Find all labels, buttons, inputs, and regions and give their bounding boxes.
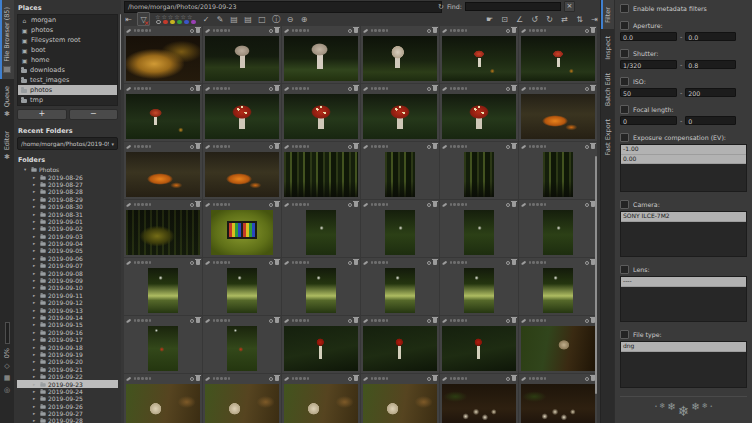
trash-icon[interactable] <box>196 86 200 91</box>
photo-thumbnail[interactable] <box>126 94 200 139</box>
trash-icon[interactable] <box>196 318 200 323</box>
photo-thumbnail[interactable] <box>464 268 494 313</box>
expander-icon[interactable] <box>33 418 38 423</box>
profile-edit-icon[interactable] <box>363 202 368 206</box>
rating-dots[interactable] <box>213 203 231 205</box>
places-item[interactable]: Filesystem root <box>18 35 117 45</box>
expander-icon[interactable] <box>33 300 38 305</box>
rating-dots[interactable] <box>450 87 468 89</box>
expander-icon[interactable] <box>33 219 38 224</box>
rating-dots[interactable] <box>213 87 231 89</box>
folder-tree-item[interactable]: 2019-09-11 <box>17 292 118 299</box>
trash-icon[interactable] <box>512 202 516 207</box>
photo-thumbnail[interactable] <box>126 152 200 197</box>
profile-edit-icon[interactable] <box>284 376 289 380</box>
thumbnail-cell[interactable] <box>124 142 202 199</box>
checkbox-icon[interactable] <box>620 49 629 58</box>
checkbox-icon[interactable] <box>620 21 629 30</box>
profile-edit-icon[interactable] <box>363 376 368 380</box>
expander-icon[interactable] <box>33 367 38 372</box>
expander-icon[interactable] <box>33 337 38 342</box>
photo-thumbnail[interactable] <box>306 268 336 313</box>
photo-thumbnail[interactable] <box>306 210 336 255</box>
folder-tree-item[interactable]: 2019-09-24 <box>17 388 118 395</box>
folder-tree-item[interactable]: 2019-09-17 <box>17 336 118 343</box>
rating-dots[interactable] <box>371 145 389 147</box>
thumbnail-cell[interactable] <box>519 316 597 373</box>
thumbnail-cell[interactable] <box>361 316 439 373</box>
expander-icon[interactable] <box>33 175 38 180</box>
folder-tree-item[interactable]: 2019-09-18 <box>17 343 118 350</box>
profile-edit-icon[interactable] <box>442 144 447 148</box>
profile-edit-icon[interactable] <box>521 202 526 206</box>
star-filter-2[interactable]: ☆ <box>161 14 166 19</box>
trash-icon[interactable] <box>354 28 358 33</box>
photo-thumbnail[interactable] <box>284 152 358 197</box>
filter-value-list[interactable]: SONY ILCE-7M2 <box>620 211 747 257</box>
color-label-icon[interactable] <box>427 87 431 91</box>
photo-thumbnail[interactable] <box>442 326 516 371</box>
profile-edit-icon[interactable] <box>205 86 210 90</box>
rating-dots[interactable] <box>529 261 547 263</box>
trash-icon[interactable] <box>354 376 358 381</box>
trash-icon[interactable] <box>591 28 595 33</box>
rating-dots[interactable] <box>450 377 468 379</box>
queue-gears-icon[interactable]: Queue ✱ <box>0 79 14 124</box>
trash-icon[interactable] <box>512 144 516 149</box>
expander-icon[interactable] <box>33 382 38 387</box>
thumbnail-cell[interactable] <box>282 374 360 423</box>
rating-dots[interactable] <box>450 203 468 205</box>
trash-icon[interactable] <box>275 202 279 207</box>
thumbnail-cell[interactable] <box>361 142 439 199</box>
editor-gear-icon[interactable]: Editor ✱ <box>0 124 14 167</box>
color-label-icon[interactable] <box>506 203 510 207</box>
photo-thumbnail[interactable] <box>148 326 178 371</box>
trash-icon[interactable] <box>354 144 358 149</box>
filter-value-list[interactable]: dng <box>620 341 747 388</box>
trash-icon[interactable] <box>196 260 200 265</box>
color-label-icon[interactable] <box>506 377 510 381</box>
panel-tab[interactable]: Filter <box>601 0 615 29</box>
profile-edit-icon[interactable] <box>284 144 289 148</box>
trash-icon[interactable] <box>512 376 516 381</box>
color-label-icon[interactable] <box>269 377 273 381</box>
profile-edit-icon[interactable] <box>284 86 289 90</box>
list-option[interactable]: dng <box>621 342 746 352</box>
profile-edit-icon[interactable] <box>126 144 131 148</box>
profile-edit-icon[interactable] <box>126 376 131 380</box>
color-label-icon[interactable] <box>506 261 510 265</box>
expander-icon[interactable] <box>33 293 38 298</box>
trash-icon[interactable] <box>275 376 279 381</box>
show-unsaved-icon[interactable]: ▤ <box>243 13 254 25</box>
expander-icon[interactable] <box>33 374 38 379</box>
rating-dots[interactable] <box>371 377 389 379</box>
thumbnail-cell[interactable] <box>361 258 439 315</box>
color-label-icon[interactable] <box>585 377 589 381</box>
rating-dots[interactable] <box>450 145 468 147</box>
photo-thumbnail[interactable] <box>543 152 573 197</box>
photo-thumbnail[interactable] <box>442 36 516 81</box>
rating-dots[interactable] <box>134 203 152 205</box>
expander-icon[interactable] <box>33 330 38 335</box>
filter-value-list[interactable]: -1.000.00 <box>620 144 747 192</box>
file-browser-icon[interactable]: File Browser (85) <box>0 0 14 79</box>
profile-edit-icon[interactable] <box>205 28 210 32</box>
photo-thumbnail[interactable] <box>284 94 358 139</box>
trash-icon[interactable] <box>196 376 200 381</box>
rating-dots[interactable] <box>371 29 389 31</box>
folder-tree-item[interactable]: 2019-09-16 <box>17 329 118 336</box>
rating-dots[interactable] <box>134 145 152 147</box>
thumbnail-cell[interactable] <box>519 200 597 257</box>
checkbox-icon[interactable] <box>620 330 629 339</box>
color-label-none-icon[interactable] <box>156 20 161 25</box>
color-label-icon[interactable] <box>269 145 273 149</box>
expander-icon[interactable] <box>33 212 38 217</box>
add-place-button[interactable]: + <box>17 109 67 120</box>
photo-thumbnail[interactable] <box>363 36 437 81</box>
photo-thumbnail[interactable] <box>385 268 415 313</box>
checkbox-icon[interactable] <box>620 105 629 114</box>
folder-tree-item[interactable]: 2019-09-10 <box>17 284 118 291</box>
star-filter-5[interactable]: ☆ <box>181 14 186 19</box>
trash-icon[interactable] <box>275 86 279 91</box>
folder-tree-item[interactable]: 2019-08-30 <box>17 203 118 210</box>
